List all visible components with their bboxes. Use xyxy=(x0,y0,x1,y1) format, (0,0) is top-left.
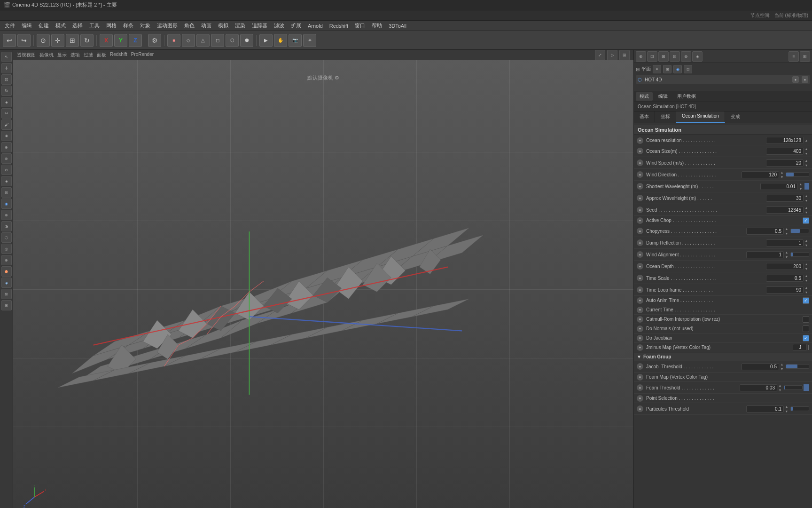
texture-mode-btn[interactable]: ◇ xyxy=(182,34,195,47)
grab-btn[interactable]: ✋ xyxy=(274,34,287,47)
menu-tools[interactable]: 工具 xyxy=(86,21,102,30)
render-settings-btn[interactable]: ⚙ xyxy=(148,34,161,47)
prop-spin-dn-ft[interactable]: ▼ xyxy=(777,388,783,392)
prop-spin-dn-ts[interactable]: ▼ xyxy=(804,278,809,283)
tool-extra10[interactable]: ⬟ xyxy=(1,266,12,277)
prop-val-wind-align[interactable]: 1 xyxy=(746,251,784,258)
menu-window[interactable]: 窗口 xyxy=(352,21,368,30)
tool-clone[interactable]: ⊕ xyxy=(1,142,12,152)
tab-basic[interactable]: 基本 xyxy=(634,111,655,123)
prop-spin-dn-jt[interactable]: ▼ xyxy=(779,366,785,371)
tool-extra8[interactable]: ◎ xyxy=(1,244,12,254)
menu-edit[interactable]: 编辑 xyxy=(19,21,35,30)
prop-val-ocean-depth[interactable]: 200 xyxy=(766,263,804,270)
prop-val-ocean-size[interactable]: 400 xyxy=(766,148,804,155)
object-row[interactable]: ⬡ HOT 4D ● ● xyxy=(636,75,810,84)
prop-spin-up-ts[interactable]: ▲ xyxy=(804,273,809,278)
tool-fill[interactable]: ◉ xyxy=(1,131,12,141)
menu-mograph[interactable]: 运动图形 xyxy=(154,21,180,30)
obj-mgr-btn2[interactable]: ⊞ xyxy=(663,65,671,73)
prop-spin-dn-ws[interactable]: ▼ xyxy=(804,163,809,167)
camera-btn[interactable]: 📷 xyxy=(289,34,302,47)
menu-file[interactable]: 文件 xyxy=(2,21,18,30)
prop-spin-up-pt[interactable]: ▲ xyxy=(784,404,789,409)
tool-extra9[interactable]: ⊕ xyxy=(1,255,12,265)
prop-spin-up-od[interactable]: ▲ xyxy=(804,262,809,266)
menu-mesh[interactable]: 网格 xyxy=(103,21,119,30)
prop-spin-up-ws[interactable]: ▲ xyxy=(804,158,809,163)
menu-tracker[interactable]: 追踪器 xyxy=(249,21,270,30)
vp-filter-menu[interactable]: 过滤 xyxy=(84,52,93,58)
vp-layout-btn[interactable]: ⊞ xyxy=(619,50,630,60)
tool-extra4[interactable]: ◉ xyxy=(1,198,12,209)
move-btn[interactable]: ✛ xyxy=(51,34,64,47)
particles-thresh-slider[interactable] xyxy=(790,406,809,411)
prop-val-wind-speed[interactable]: 20 xyxy=(766,159,804,167)
menu-arnold[interactable]: Arnold xyxy=(305,22,326,30)
wind-align-slider[interactable] xyxy=(790,252,809,257)
prop-val-time-scale[interactable]: 0.5 xyxy=(766,275,804,282)
prop-spin-up-dr[interactable]: ▲ xyxy=(804,238,809,243)
model-mode-btn[interactable]: ■ xyxy=(167,34,180,47)
tab-become[interactable]: 变成 xyxy=(725,111,746,123)
prop-spin-up-seed[interactable]: ▲ xyxy=(804,205,809,210)
menu-extend[interactable]: 扩展 xyxy=(288,21,304,30)
prop-spin-dn-wa[interactable]: ▼ xyxy=(784,254,789,259)
tool-extra3[interactable]: ⊟ xyxy=(1,187,12,198)
z-axis-btn[interactable]: Z xyxy=(129,34,142,47)
tool-poly-pen[interactable]: ◈ xyxy=(1,97,12,107)
prop-spin-up-size[interactable]: ▲ xyxy=(804,146,809,151)
tool-extra11[interactable]: ◈ xyxy=(1,278,12,288)
vp-display-menu[interactable]: 显示 xyxy=(57,52,67,58)
vp-prorender-menu[interactable]: ProRender xyxy=(131,52,154,58)
menu-mode[interactable]: 模式 xyxy=(53,21,69,30)
vp-render-btn[interactable]: ▷ xyxy=(607,50,617,60)
rotate-btn[interactable]: ↻ xyxy=(80,34,94,47)
prop-spin-dn-dr[interactable]: ▼ xyxy=(804,243,809,247)
prop-spin-dn-size[interactable]: ▼ xyxy=(804,151,809,156)
rp-icon3[interactable]: ⊞ xyxy=(658,51,669,62)
rp-icon6[interactable]: ◈ xyxy=(692,51,703,62)
menu-help[interactable]: 帮助 xyxy=(369,21,385,30)
foam-thresh-slider[interactable] xyxy=(784,385,803,390)
prop-val-particles-thresh[interactable]: 0.1 xyxy=(746,405,784,413)
vp-perspective[interactable]: 透视视图 xyxy=(17,52,36,58)
vp-panel-menu[interactable]: 面板 xyxy=(97,52,106,58)
prop-spin-dn-sw[interactable]: ▼ xyxy=(798,186,804,191)
tool-extra1[interactable]: ⊘ xyxy=(1,165,12,175)
prop-spin-up-chop[interactable]: ▲ xyxy=(784,226,789,231)
tool-move[interactable]: ✛ xyxy=(1,63,12,73)
obj-vis-btn[interactable]: ● xyxy=(792,76,799,83)
menu-3dtoall[interactable]: 3DToAll xyxy=(386,22,409,30)
vp-expand-btn[interactable]: ⤢ xyxy=(595,50,605,60)
prop-spin-up-wa[interactable]: ▲ xyxy=(784,250,789,254)
menu-create[interactable]: 创建 xyxy=(36,21,52,30)
prop-val-seed[interactable]: 12345 xyxy=(766,206,804,214)
foam-group-header[interactable]: ▼ Foam Group xyxy=(634,352,812,361)
prop-spin-dn-wd[interactable]: ▼ xyxy=(779,175,785,179)
prop-spin-up-wd[interactable]: ▲ xyxy=(779,170,785,175)
tool-scale[interactable]: ⊡ xyxy=(1,74,12,85)
tool-extra7[interactable]: ⬡ xyxy=(1,232,12,243)
menu-filter[interactable]: 滤波 xyxy=(271,21,287,30)
tool-knife[interactable]: ✂ xyxy=(1,108,12,119)
tool-extra12[interactable]: ⊠ xyxy=(1,289,12,299)
obj-lock-btn[interactable]: ● xyxy=(802,76,808,83)
rp-icon4[interactable]: ⊟ xyxy=(670,51,680,62)
redo-btn[interactable]: ↪ xyxy=(17,34,31,47)
prop-spin-dn-chop[interactable]: ▼ xyxy=(784,231,789,236)
tool-extra5[interactable]: ⊕ xyxy=(1,210,12,220)
prop-spin-dn-pt[interactable]: ▼ xyxy=(784,409,789,413)
chk-active-chop[interactable] xyxy=(803,217,809,224)
prop-val-jacob-thresh[interactable]: 0.5 xyxy=(742,363,779,370)
prop-spin-up-res[interactable]: ▲ xyxy=(804,138,809,143)
tool-rotate[interactable]: ↻ xyxy=(1,86,12,96)
live-select-btn[interactable]: ⊙ xyxy=(37,34,50,47)
mode-tab-btn[interactable]: 模式 xyxy=(636,92,653,101)
prop-val-chopyness[interactable]: 0.5 xyxy=(746,228,784,235)
edge-mode-btn[interactable]: ◻ xyxy=(211,34,224,47)
menu-select[interactable]: 选择 xyxy=(70,21,86,30)
chk-catmull[interactable] xyxy=(803,316,809,323)
rp-flat-icon[interactable]: ≡ xyxy=(789,51,799,62)
obj-mgr-btn4[interactable]: ⊡ xyxy=(684,65,692,73)
